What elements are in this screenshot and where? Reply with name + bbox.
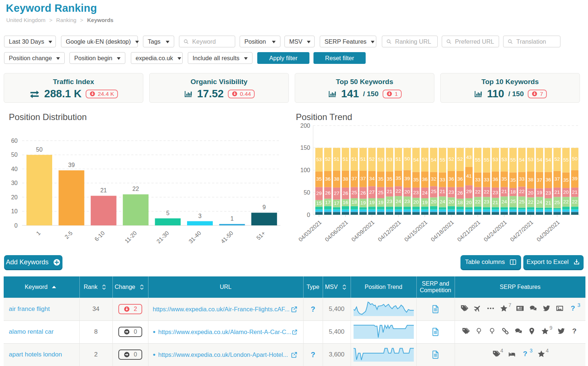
- svg-text:50: 50: [404, 156, 410, 162]
- svg-text:04/27/2021: 04/27/2021: [509, 219, 534, 243]
- svg-text:35: 35: [387, 176, 392, 182]
- svg-text:22: 22: [519, 189, 524, 194]
- svg-text:39: 39: [572, 176, 577, 181]
- svg-text:53: 53: [422, 157, 427, 162]
- svg-text:04/24/2021: 04/24/2021: [483, 219, 508, 243]
- svg-text:25: 25: [378, 190, 383, 195]
- svg-text:04/15/2021: 04/15/2021: [403, 219, 429, 243]
- svg-text:22: 22: [484, 189, 489, 195]
- svg-text:53: 53: [492, 157, 498, 162]
- svg-text:32: 32: [431, 176, 436, 182]
- svg-text:17: 17: [334, 200, 339, 206]
- svg-text:25: 25: [351, 190, 357, 195]
- svg-text:24: 24: [440, 199, 445, 204]
- svg-text:22: 22: [572, 199, 577, 204]
- svg-text:23: 23: [484, 199, 489, 204]
- svg-text:150: 150: [300, 145, 310, 151]
- svg-text:29: 29: [466, 189, 472, 194]
- svg-text:26: 26: [325, 190, 330, 196]
- svg-text:54: 54: [519, 157, 525, 163]
- svg-text:35: 35: [501, 176, 507, 182]
- svg-text:25: 25: [431, 189, 436, 194]
- svg-text:23: 23: [387, 199, 392, 204]
- svg-text:2-5: 2-5: [64, 230, 74, 240]
- svg-text:18: 18: [351, 199, 357, 205]
- svg-text:41: 41: [466, 173, 472, 179]
- svg-text:30: 30: [11, 180, 18, 186]
- svg-text:31-40: 31-40: [187, 230, 202, 244]
- svg-text:10: 10: [11, 208, 18, 214]
- svg-text:24: 24: [537, 199, 542, 205]
- svg-text:53: 53: [501, 157, 507, 162]
- svg-text:22: 22: [528, 199, 533, 205]
- svg-text:39: 39: [404, 176, 410, 181]
- svg-text:04/18/2021: 04/18/2021: [430, 219, 455, 243]
- svg-text:35: 35: [563, 177, 569, 183]
- svg-text:24: 24: [501, 199, 507, 204]
- svg-text:1: 1: [35, 230, 42, 236]
- svg-text:19: 19: [369, 200, 374, 205]
- svg-text:29: 29: [316, 191, 322, 196]
- svg-text:26: 26: [457, 190, 463, 196]
- svg-text:19: 19: [360, 200, 366, 206]
- svg-text:27: 27: [334, 191, 339, 196]
- svg-text:37: 37: [537, 177, 542, 183]
- svg-text:37: 37: [360, 176, 366, 181]
- svg-text:19: 19: [537, 190, 542, 195]
- svg-text:36: 36: [422, 177, 427, 182]
- svg-text:22: 22: [475, 199, 480, 204]
- svg-text:0: 0: [14, 222, 18, 229]
- svg-text:21: 21: [440, 189, 445, 194]
- svg-text:17: 17: [325, 200, 330, 205]
- svg-text:04/03/2021: 04/03/2021: [297, 219, 323, 243]
- svg-text:15: 15: [316, 200, 322, 206]
- svg-text:20: 20: [413, 199, 419, 205]
- svg-text:100: 100: [300, 167, 310, 173]
- svg-text:5: 5: [166, 210, 169, 216]
- svg-text:22: 22: [475, 189, 480, 195]
- svg-text:43: 43: [466, 155, 472, 160]
- svg-text:25: 25: [510, 199, 516, 204]
- svg-text:41-50: 41-50: [219, 230, 234, 244]
- svg-text:52: 52: [369, 156, 374, 162]
- svg-text:51: 51: [395, 156, 401, 162]
- svg-text:25: 25: [554, 200, 560, 205]
- svg-text:21: 21: [387, 189, 392, 194]
- svg-text:60: 60: [11, 138, 18, 144]
- svg-text:23: 23: [404, 199, 410, 204]
- svg-text:18: 18: [510, 189, 516, 195]
- svg-text:20: 20: [404, 189, 410, 195]
- svg-text:40: 40: [11, 166, 18, 172]
- svg-text:37: 37: [351, 176, 357, 181]
- svg-text:35: 35: [395, 175, 401, 181]
- svg-text:36: 36: [448, 176, 454, 182]
- svg-text:35: 35: [413, 177, 419, 182]
- svg-text:24: 24: [422, 190, 428, 196]
- svg-text:21-30: 21-30: [155, 230, 170, 244]
- svg-text:50: 50: [572, 156, 577, 162]
- svg-text:04/21/2021: 04/21/2021: [456, 219, 481, 243]
- svg-text:21: 21: [100, 187, 107, 193]
- svg-text:21: 21: [501, 189, 507, 194]
- svg-text:52: 52: [554, 156, 560, 162]
- svg-text:11-20: 11-20: [123, 230, 138, 244]
- svg-text:35: 35: [378, 176, 383, 182]
- svg-text:36: 36: [492, 177, 498, 182]
- svg-text:38: 38: [343, 176, 348, 182]
- svg-text:04/12/2021: 04/12/2021: [377, 219, 402, 243]
- svg-text:38: 38: [528, 177, 533, 182]
- svg-text:04/30/2021: 04/30/2021: [535, 219, 561, 243]
- svg-text:51: 51: [343, 156, 348, 162]
- svg-text:25: 25: [519, 199, 524, 204]
- svg-text:55: 55: [440, 157, 445, 163]
- svg-text:9: 9: [262, 204, 266, 210]
- svg-text:3: 3: [198, 213, 202, 219]
- svg-text:53: 53: [387, 157, 392, 162]
- svg-text:0: 0: [307, 212, 310, 218]
- svg-text:20: 20: [11, 194, 18, 200]
- svg-text:50: 50: [304, 189, 310, 196]
- svg-text:54: 54: [545, 157, 551, 163]
- svg-text:53: 53: [378, 157, 383, 162]
- svg-text:19: 19: [422, 200, 427, 205]
- svg-text:20: 20: [448, 199, 454, 204]
